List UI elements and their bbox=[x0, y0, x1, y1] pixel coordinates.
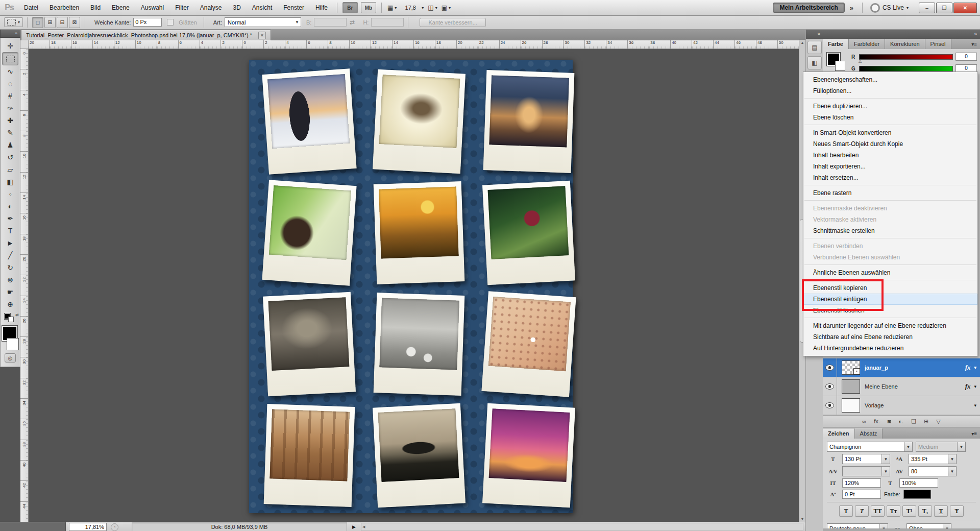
path-selection-tool[interactable]: ► bbox=[3, 237, 18, 249]
superscript-button[interactable]: T¹ bbox=[902, 505, 916, 517]
crop-tool[interactable]: # bbox=[3, 90, 18, 102]
active-tool-preset[interactable]: ▾ bbox=[4, 17, 23, 27]
healing-brush-tool[interactable]: ✚ bbox=[3, 114, 18, 127]
minimize-button[interactable]: – bbox=[919, 3, 935, 13]
context-menu-item[interactable]: Fülloptionen... bbox=[803, 85, 977, 96]
view-extras-button[interactable]: ▦ ▾ bbox=[387, 3, 397, 13]
layer-style-icon[interactable]: fx. bbox=[874, 418, 880, 424]
polaroid-hands-closeup[interactable] bbox=[481, 291, 576, 397]
polaroid-dandelion-sunset[interactable] bbox=[374, 181, 465, 284]
style-select[interactable]: Normal ▼ bbox=[225, 17, 301, 27]
zoom-level-button[interactable]: 17,8 ▾ bbox=[401, 3, 424, 13]
underline-button[interactable]: T bbox=[934, 505, 948, 517]
workspace-overflow-icon[interactable]: » bbox=[845, 4, 859, 12]
polaroid-ladybug-leaf[interactable] bbox=[482, 181, 575, 285]
canvas-pasteboard[interactable] bbox=[28, 49, 799, 522]
polaroid-snow-angel[interactable] bbox=[373, 69, 465, 174]
scroll-left-icon[interactable]: ◀ bbox=[362, 525, 365, 529]
language-select[interactable]: Deutsch: neue ... ▼ bbox=[827, 523, 888, 528]
layer-row-vorlage[interactable]: Vorlage▾ bbox=[823, 396, 980, 415]
new-layer-icon[interactable]: ⊞ bbox=[924, 418, 928, 425]
context-menu-item[interactable]: Auf Hintergrundebene reduzieren bbox=[803, 343, 977, 354]
cs-live-button[interactable]: CS Live ▾ bbox=[866, 3, 913, 13]
layer-fx-expand-icon[interactable]: ▾ bbox=[974, 365, 976, 370]
polaroid-meadow-flowers[interactable] bbox=[374, 293, 465, 396]
context-menu-item[interactable]: Ebene löschen bbox=[803, 112, 977, 123]
small-caps-button[interactable]: Tт bbox=[887, 505, 900, 517]
context-menu-item[interactable]: Mit darunter liegender auf eine Ebene re… bbox=[803, 320, 977, 331]
screen-mode-button[interactable]: ▣ ▾ bbox=[442, 3, 451, 13]
text-color-swatch[interactable] bbox=[903, 490, 931, 499]
context-menu-item[interactable]: Ähnliche Ebenen auswählen bbox=[803, 267, 977, 278]
context-menu-item[interactable]: Inhalt exportieren... bbox=[803, 161, 977, 172]
subscript-button[interactable]: T₁ bbox=[918, 505, 932, 517]
lasso-tool[interactable]: ∿ bbox=[3, 65, 18, 78]
scroll-down-icon[interactable]: ▼ bbox=[801, 517, 804, 521]
rotate-3d-tool[interactable]: ↻ bbox=[3, 261, 18, 274]
context-menu-item[interactable]: Ebenenstil löschen bbox=[803, 305, 977, 316]
polaroid-hilltop-group[interactable] bbox=[373, 403, 465, 508]
layer-visibility-toggle[interactable] bbox=[823, 396, 837, 415]
rectangular-marquee-tool[interactable] bbox=[2, 52, 18, 65]
layer-fx-badge[interactable]: fx bbox=[965, 364, 971, 372]
default-colors-control[interactable]: ⇄ bbox=[5, 313, 16, 323]
delete-layer-icon[interactable]: ▽ bbox=[936, 418, 940, 425]
link-layers-icon[interactable]: ∞ bbox=[862, 418, 866, 424]
feather-input[interactable]: 0 Px bbox=[133, 18, 162, 27]
document-tab[interactable]: Tutorial_Poster_Polaroidjahresrueckblick… bbox=[21, 30, 271, 40]
selection-intersect-button[interactable]: ⊠ bbox=[69, 17, 80, 28]
baseline-shift-input[interactable]: 0 Pt bbox=[842, 490, 881, 499]
clone-stamp-tool[interactable]: ♟ bbox=[3, 139, 18, 151]
layer-thumbnail[interactable] bbox=[842, 398, 860, 413]
vertical-scale-input[interactable]: 120% bbox=[842, 478, 881, 488]
layer-fx-badge[interactable]: fx bbox=[965, 382, 971, 391]
horizontal-scale-input[interactable]: 100% bbox=[899, 478, 938, 488]
quick-mask-button[interactable]: ◎ bbox=[5, 353, 16, 363]
layer-thumbnail[interactable]: ▪ bbox=[842, 360, 860, 375]
pen-tool[interactable]: ✒ bbox=[3, 212, 18, 225]
close-icon[interactable]: ✕ bbox=[258, 32, 266, 39]
font-style-select[interactable]: Medium ▼ bbox=[916, 442, 966, 452]
menu-bearbeiten[interactable]: Bearbeiten bbox=[44, 1, 85, 15]
layer-row-meine-ebene[interactable]: Meine Ebenefx▾ bbox=[823, 377, 980, 396]
close-button[interactable]: ✕ bbox=[953, 3, 977, 13]
tab-zeichen[interactable]: Zeichen bbox=[823, 428, 855, 439]
polaroid-girl-with-goat[interactable] bbox=[262, 180, 356, 286]
horizontal-ruler[interactable]: 2018161412108642024681012141618202224262… bbox=[28, 40, 799, 49]
launch-bridge-button[interactable]: Br bbox=[342, 2, 358, 13]
menu-ebene[interactable]: Ebene bbox=[106, 1, 135, 15]
tracking-select[interactable]: 80 ▼ bbox=[909, 466, 957, 476]
panel-menu-icon[interactable]: ▾≡ bbox=[968, 39, 980, 49]
channel-slider[interactable]: △ bbox=[859, 66, 953, 71]
dodge-tool[interactable]: ◐ bbox=[3, 200, 18, 212]
dock-collapse-header[interactable]: » bbox=[806, 29, 823, 39]
status-zoom-input[interactable]: 17,81% bbox=[69, 523, 107, 531]
layer-row-januar_p[interactable]: ▪januar_pfx▾ bbox=[823, 358, 980, 377]
eyedropper-tool[interactable]: ✑ bbox=[3, 102, 18, 114]
selection-subtract-button[interactable]: ⊟ bbox=[57, 17, 68, 28]
context-menu-item[interactable]: Schnittmaske erstellen bbox=[803, 225, 977, 236]
polaroid-beach-2012[interactable] bbox=[482, 403, 575, 508]
quick-selection-tool[interactable]: ◌ bbox=[3, 78, 18, 90]
antialias-checkbox[interactable] bbox=[167, 19, 174, 26]
menu-3d[interactable]: 3D bbox=[228, 1, 247, 15]
type-tool[interactable]: T bbox=[3, 225, 18, 237]
context-menu-item[interactable]: Ebene rastern bbox=[803, 187, 977, 199]
menu-filter[interactable]: Filter bbox=[169, 1, 194, 15]
menu-analyse[interactable]: Analyse bbox=[194, 1, 228, 15]
brush-tool[interactable]: ✎ bbox=[3, 127, 18, 139]
polaroid-forest-path[interactable] bbox=[264, 404, 355, 507]
layer-fx-expand-icon[interactable]: ▾ bbox=[974, 403, 976, 408]
tab-korrekturen[interactable]: Korrekturen bbox=[885, 39, 925, 49]
selection-add-button[interactable]: ⊞ bbox=[44, 17, 56, 28]
context-menu-item[interactable]: Ebeneneigenschaften... bbox=[803, 74, 977, 85]
blur-tool[interactable]: ◦ bbox=[3, 188, 18, 200]
panel-menu-icon[interactable]: ▾≡ bbox=[968, 429, 980, 439]
tab-farbe[interactable]: Farbe bbox=[823, 39, 849, 49]
layer-fx-expand-icon[interactable]: ▾ bbox=[974, 384, 976, 389]
context-menu-item[interactable]: Neues Smart-Objekt durch Kopie bbox=[803, 138, 977, 150]
menu-ansicht[interactable]: Ansicht bbox=[247, 1, 278, 15]
all-caps-button[interactable]: TT bbox=[871, 505, 885, 517]
menu-bild[interactable]: Bild bbox=[85, 1, 106, 15]
panel-icon-a[interactable]: ▤ bbox=[807, 41, 822, 54]
